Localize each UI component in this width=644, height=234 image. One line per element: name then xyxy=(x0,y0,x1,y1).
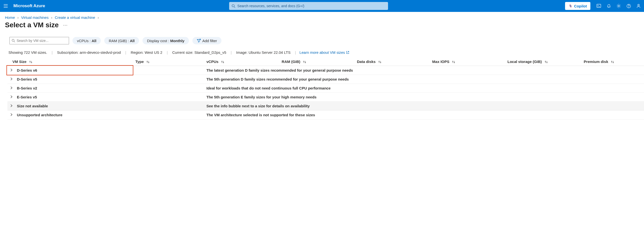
row-description: The 5th generation E family sizes for yo… xyxy=(204,93,644,102)
breadcrumb-vm[interactable]: Virtual machines xyxy=(21,15,49,19)
chevron-right-icon[interactable] xyxy=(10,68,13,72)
row-name-label: E-Series v5 xyxy=(17,95,37,99)
col-header-type[interactable]: Type xyxy=(133,57,204,66)
col-header-disks[interactable]: Data disks xyxy=(354,57,430,66)
brand-label[interactable]: Microsoft Azure xyxy=(14,3,45,8)
breadcrumb-home[interactable]: Home xyxy=(5,15,15,19)
svg-line-15 xyxy=(347,51,349,53)
breadcrumb: Home › Virtual machines › Create a virtu… xyxy=(0,12,644,19)
filter-vcpus[interactable]: vCPUs : All xyxy=(72,37,101,44)
copilot-icon xyxy=(568,4,572,8)
row-name-label: Size not available xyxy=(17,104,48,108)
row-name-label: D-Series v6 xyxy=(17,68,37,72)
divider: | xyxy=(167,50,168,54)
sort-icon xyxy=(303,60,306,64)
status-current-size: Current size: Standard_D2ps_v5 xyxy=(171,50,228,54)
divider: | xyxy=(125,50,126,54)
filter-vcpus-value: All xyxy=(92,39,96,43)
svg-rect-5 xyxy=(597,4,601,7)
add-filter-icon xyxy=(197,39,201,43)
vm-size-search-input[interactable] xyxy=(17,39,67,43)
chevron-right-icon: › xyxy=(18,15,18,19)
vm-size-table-wrap: VM Size Type vCPUs RAM (GiB) Data disks … xyxy=(0,57,644,119)
col-header-vcpus[interactable]: vCPUs xyxy=(204,57,279,66)
filter-row: vCPUs : All RAM (GiB) : All Display cost… xyxy=(0,37,644,50)
breadcrumb-create[interactable]: Create a virtual machine xyxy=(55,15,95,19)
col-header-local[interactable]: Local storage (GiB) xyxy=(505,57,581,66)
filter-cost-value: Monthly xyxy=(170,39,184,43)
filter-ram-label: RAM (GiB) : xyxy=(109,39,129,43)
chevron-right-icon: › xyxy=(51,15,52,19)
row-description: The VM architecture selected is not supp… xyxy=(204,111,644,119)
table-row[interactable]: B-Series v2Ideal for workloads that do n… xyxy=(8,84,644,93)
external-link-icon xyxy=(346,51,349,54)
row-name-label: Unsupported architecture xyxy=(17,113,62,117)
more-actions-icon[interactable]: ⋯ xyxy=(63,22,68,28)
add-filter-label: Add filter xyxy=(202,39,217,43)
row-description: See the info bubble next to a size for d… xyxy=(204,102,644,111)
page-title-row: Select a VM size ⋯ xyxy=(0,19,644,37)
header-icon-group xyxy=(596,3,641,8)
hamburger-menu-icon[interactable] xyxy=(3,3,8,9)
chevron-right-icon: › xyxy=(98,15,99,19)
status-image: Image: Ubuntu Server 22.04 LTS xyxy=(235,50,292,54)
chevron-right-icon[interactable] xyxy=(10,86,13,89)
settings-gear-icon[interactable] xyxy=(616,3,621,8)
filter-vcpus-label: vCPUs : xyxy=(77,39,90,43)
filter-ram-value: All xyxy=(130,39,134,43)
learn-more-link[interactable]: Learn more about VM sizes xyxy=(300,50,349,54)
sort-icon xyxy=(611,60,614,64)
divider: | xyxy=(52,50,53,54)
svg-point-11 xyxy=(12,39,14,41)
chevron-right-icon[interactable] xyxy=(10,95,13,98)
add-filter-button[interactable]: Add filter xyxy=(192,37,222,44)
search-icon xyxy=(12,39,15,42)
help-icon[interactable] xyxy=(626,3,631,8)
sort-icon xyxy=(221,60,224,64)
svg-point-3 xyxy=(232,4,234,7)
global-search-wrap xyxy=(55,2,562,10)
filter-cost[interactable]: Display cost : Monthly xyxy=(142,37,189,44)
row-name-label: B-Series v2 xyxy=(17,86,37,90)
divider: | xyxy=(295,50,296,54)
table-row[interactable]: D-Series v5The 5th generation D family s… xyxy=(8,75,644,84)
chevron-right-icon[interactable] xyxy=(10,77,13,81)
sort-icon xyxy=(29,60,32,64)
chevron-right-icon[interactable] xyxy=(10,113,13,116)
col-header-premium[interactable]: Premium disk xyxy=(581,57,644,66)
search-icon xyxy=(232,4,235,8)
row-name-label: D-Series v5 xyxy=(17,77,37,81)
filter-cost-label: Display cost : xyxy=(147,39,169,43)
chevron-right-icon[interactable] xyxy=(10,104,13,107)
table-row[interactable]: Unsupported architectureThe VM architect… xyxy=(8,111,644,119)
feedback-icon[interactable] xyxy=(636,3,641,8)
col-header-vmsize[interactable]: VM Size xyxy=(8,57,133,66)
copilot-button[interactable]: Copilot xyxy=(565,2,590,10)
notifications-icon[interactable] xyxy=(606,3,611,8)
svg-point-7 xyxy=(618,5,620,7)
svg-line-12 xyxy=(14,41,15,42)
global-search-box[interactable] xyxy=(229,2,388,10)
divider: | xyxy=(231,50,232,54)
table-row[interactable]: Size not availableSee the info bubble ne… xyxy=(8,102,644,111)
svg-point-9 xyxy=(628,7,628,7)
table-header-row: VM Size Type vCPUs RAM (GiB) Data disks … xyxy=(8,57,644,66)
col-header-ram[interactable]: RAM (GiB) xyxy=(279,57,354,66)
status-subscription: Subscription: arm-deveco-stedvsl-prod xyxy=(56,50,122,54)
row-description: The latest generation D family sizes rec… xyxy=(204,66,644,75)
col-header-iops[interactable]: Max IOPS xyxy=(430,57,505,66)
sort-icon xyxy=(146,60,150,64)
page-title: Select a VM size xyxy=(5,21,58,29)
vm-size-table: VM Size Type vCPUs RAM (GiB) Data disks … xyxy=(8,57,644,119)
table-row[interactable]: D-Series v6The latest generation D famil… xyxy=(8,66,644,75)
sort-icon xyxy=(544,60,548,64)
filter-ram[interactable]: RAM (GiB) : All xyxy=(104,37,139,44)
cloud-shell-icon[interactable] xyxy=(596,3,601,8)
svg-line-4 xyxy=(234,6,235,7)
sort-icon xyxy=(452,60,455,64)
row-description: Ideal for workloads that do not need con… xyxy=(204,84,644,93)
header-bar: Microsoft Azure Copilot xyxy=(0,0,644,12)
vm-size-search-box[interactable] xyxy=(10,37,69,44)
global-search-input[interactable] xyxy=(237,4,386,8)
table-row[interactable]: E-Series v5The 5th generation E family s… xyxy=(8,93,644,102)
